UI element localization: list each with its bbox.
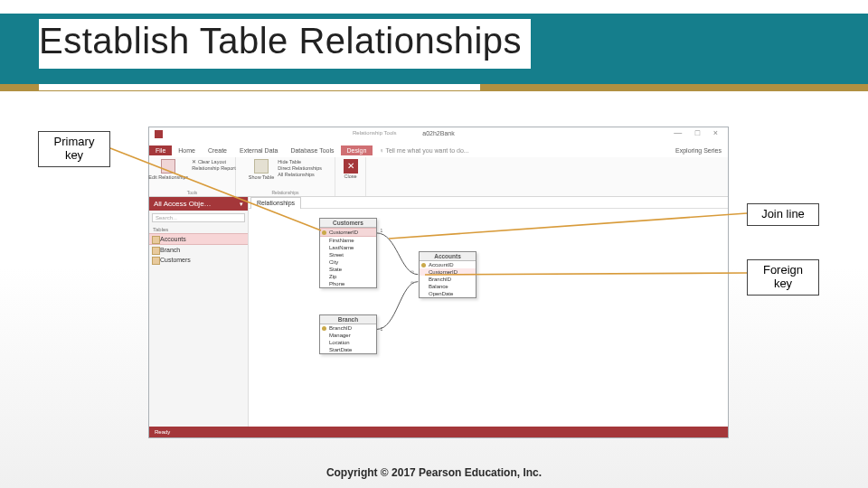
ribbon-tabs: File Home Create External Data Database … [149, 144, 728, 157]
svg-text:1: 1 [380, 228, 382, 233]
edit-relationships-button[interactable]: Edit Relationships [148, 174, 188, 181]
tab-file[interactable]: File [149, 145, 172, 155]
field-customerid-pk[interactable]: CustomerID [320, 228, 376, 237]
show-table-button[interactable]: Show Table [249, 174, 274, 181]
table-branch[interactable]: Branch BranchID Manager Location StartDa… [319, 314, 377, 354]
callout-foreign-key: Foreign key [747, 259, 819, 296]
canvas-tab-relationships[interactable]: Relationships [250, 197, 301, 209]
ribbon-group-label: Relationships [236, 190, 335, 195]
svg-text:∞: ∞ [410, 268, 414, 274]
table-field[interactable]: LastName [320, 244, 376, 251]
ribbon-group-tools: Edit Relationships ✕ Clear Layout Relati… [149, 157, 236, 196]
relationship-report-button[interactable]: Relationship Report [192, 165, 235, 172]
ribbon-group-close: ✕ Close [335, 157, 366, 196]
table-field[interactable]: City [320, 258, 376, 266]
copyright-footer: Copyright © 2017 Pearson Education, Inc. [0, 466, 868, 479]
field-accountid-pk[interactable]: AccountID [420, 261, 476, 268]
nav-item-accounts[interactable]: Accounts [149, 233, 248, 245]
tell-me[interactable]: ♀ Tell me what you want to do... [373, 145, 475, 155]
close-button[interactable]: Close [344, 174, 356, 180]
table-header: Accounts [420, 252, 476, 261]
clear-layout-button[interactable]: ✕ Clear Layout [192, 159, 235, 165]
show-table-icon[interactable] [254, 159, 269, 174]
nav-group-tables[interactable]: Tables [149, 225, 248, 233]
status-bar: Ready [149, 427, 728, 437]
table-field[interactable]: Balance [420, 283, 476, 290]
edit-relationships-icon[interactable] [161, 159, 175, 174]
relationships-canvas[interactable]: Relationships 1 ∞ 1 ∞ Customers Customer… [249, 197, 728, 427]
nav-header[interactable]: All Access Obje… ▾ [149, 197, 248, 211]
field-branchid-pk[interactable]: BranchID [320, 324, 376, 332]
ribbon: Edit Relationships ✕ Clear Layout Relati… [149, 157, 728, 197]
all-relationships-button[interactable]: All Relationships [278, 172, 322, 178]
tab-dbtools[interactable]: Database Tools [284, 145, 340, 155]
close-icon[interactable]: ✕ [344, 159, 358, 174]
table-field[interactable]: OpenDate [420, 290, 476, 297]
window-controls[interactable]: — □ × [674, 128, 723, 137]
table-field[interactable]: Manager [320, 332, 376, 339]
callout-primary-key: Primary key [38, 131, 110, 167]
hide-table-button[interactable]: Hide Table [278, 159, 322, 165]
field-branchid-fk[interactable]: BranchID [420, 276, 476, 283]
table-field[interactable]: StartDate [320, 346, 376, 353]
nav-item-branch[interactable]: Branch [149, 245, 248, 255]
window-title: a02h2Bank [422, 130, 454, 136]
table-header: Branch [320, 315, 376, 324]
nav-search-input[interactable]: Search... [152, 213, 245, 222]
direct-relationships-button[interactable]: Direct Relationships [278, 165, 322, 172]
tab-design[interactable]: Design [341, 145, 373, 155]
access-window: Relationship Tools a02h2Bank — □ × File … [148, 127, 729, 438]
access-icon [155, 130, 163, 138]
table-field[interactable]: FirstName [320, 237, 376, 244]
table-customers[interactable]: Customers CustomerID FirstName LastName … [319, 218, 377, 288]
svg-text:1: 1 [380, 326, 382, 332]
table-field[interactable]: Location [320, 339, 376, 346]
series-label: Exploring Series [669, 145, 728, 155]
table-header: Customers [320, 219, 376, 228]
slide-title: Establish Table Relationships [39, 19, 531, 69]
table-field[interactable]: Phone [320, 280, 376, 287]
nav-item-customers[interactable]: Customers [149, 255, 248, 265]
tab-create[interactable]: Create [202, 145, 233, 155]
table-field[interactable]: State [320, 266, 376, 273]
svg-text:∞: ∞ [410, 279, 414, 285]
nav-header-title: All Access Obje… [154, 200, 212, 208]
field-customerid-fk[interactable]: CustomerID [420, 268, 476, 276]
navigation-pane: All Access Obje… ▾ Search... Tables Acco… [149, 197, 249, 427]
title-bar: Establish Table Relationships [0, 14, 868, 84]
chevron-down-icon[interactable]: ▾ [240, 201, 243, 208]
window-titlebar: Relationship Tools a02h2Bank — □ × [149, 127, 728, 144]
ribbon-group-relationships: Show Table Hide Table Direct Relationshi… [236, 157, 335, 196]
ribbon-group-label: Tools [149, 190, 235, 195]
table-field[interactable]: Zip [320, 273, 376, 280]
callout-join-line: Join line [747, 203, 819, 226]
tab-home[interactable]: Home [172, 145, 202, 155]
table-accounts[interactable]: Accounts AccountID CustomerID BranchID B… [419, 251, 476, 298]
table-field[interactable]: Street [320, 251, 376, 258]
tab-external[interactable]: External Data [233, 145, 284, 155]
contextual-tools-label: Relationship Tools [353, 130, 397, 136]
